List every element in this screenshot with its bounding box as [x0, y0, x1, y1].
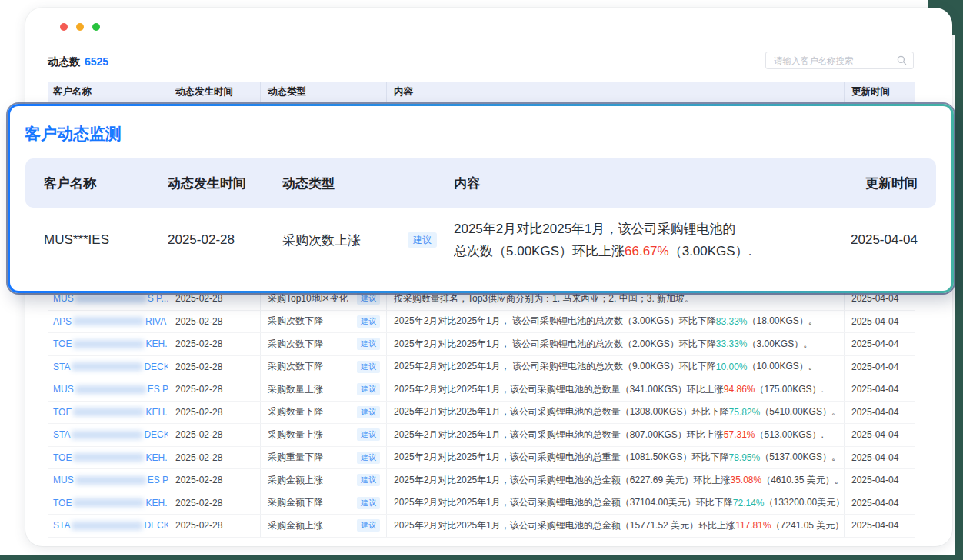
event-date: 2025-02-28 [168, 378, 261, 401]
suggestion-badge: 建议 [357, 315, 380, 328]
event-type-label: 采购次数下降 [268, 338, 323, 351]
overlay-title: 客户动态监测 [25, 123, 951, 145]
column-header-event-type[interactable]: 动态类型 [261, 82, 387, 102]
customer-name-prefix: STA [53, 429, 70, 440]
event-type-cell: 采购次数下降 建议 [261, 333, 387, 355]
content-text: 2025年2月对比2025年1月， 该公司采购锂电池的总次数（2.00KGS）环… [394, 338, 716, 351]
overlay-table-row[interactable]: MUS***IES 2025-02-28 采购次数上涨 建议 2025年2月对比… [25, 208, 936, 272]
event-date: 2025-02-28 [168, 447, 261, 469]
minimize-window-button[interactable] [76, 23, 84, 31]
redacted-name-blur [73, 453, 144, 462]
event-date: 2025-02-28 [168, 356, 261, 378]
column-header-content[interactable]: 内容 [387, 82, 845, 102]
customer-name-suffix: ES P... [148, 384, 168, 395]
event-content: 2025年2月对比2025年1月，该公司采购锂电池的总金额（37104.00美元… [387, 492, 845, 515]
table-row[interactable]: MUSES P... 2025-02-28 采购数量上涨 建议 2025年2月对… [48, 378, 915, 402]
event-type-label: 采购金额上涨 [268, 519, 323, 532]
suggestion-badge: 建议 [357, 292, 380, 305]
event-date: 2025-02-28 [168, 424, 261, 446]
table-row[interactable]: TOEKEH... 2025-02-28 采购重量下降 建议 2025年2月对比… [48, 447, 915, 470]
customer-name-link[interactable]: TOEKEH... [53, 452, 168, 463]
table-row[interactable]: APSRIVAT... 2025-02-28 采购次数下降 建议 2025年2月… [48, 311, 915, 334]
table-row[interactable]: STADECK... 2025-02-28 采购金额上涨 建议 2025年2月对… [48, 515, 915, 538]
event-date: 2025-02-28 [168, 492, 261, 515]
customer-name-cell: TOEKEH... [48, 333, 168, 355]
search-input[interactable] [774, 56, 897, 65]
redacted-name-blur [72, 362, 142, 371]
search-icon[interactable] [897, 55, 907, 65]
customer-name-suffix: KEH... [145, 452, 168, 463]
table-row[interactable]: TOEKEH... 2025-02-28 采购次数下降 建议 2025年2月对比… [48, 333, 915, 356]
customer-name-cell: MUSES P... [48, 469, 168, 492]
table-body: MUSS P... 2025-02-28 采购Top10地区变化 建议 按采购数… [48, 288, 915, 538]
customer-name-link[interactable]: TOEKEH... [53, 338, 168, 349]
event-date: 2025-02-28 [168, 469, 261, 492]
content-text: 2025年2月对比2025年1月， 该公司采购锂电池的总次数（9.00KGS）环… [394, 360, 716, 373]
column-header-event-date[interactable]: 动态发生时间 [168, 82, 261, 102]
table-row[interactable]: TOEKEH... 2025-02-28 采购金额下降 建议 2025年2月对比… [48, 492, 915, 515]
event-type-cell: 采购次数下降 建议 [261, 356, 387, 378]
event-date: 2025-02-28 [168, 515, 261, 537]
overlay-content-suffix: （3.00KGS）. [669, 244, 752, 258]
table-row[interactable]: TOEKEH... 2025-02-28 采购数量下降 建议 2025年2月对比… [48, 402, 915, 425]
content-suffix-text: （7241.05 美元）。 [771, 519, 845, 532]
customer-name-link[interactable]: MUSES P... [53, 475, 168, 485]
customer-name-link[interactable]: APSRIVAT... [53, 316, 168, 327]
customer-name-cell: APSRIVAT... [48, 311, 168, 333]
customer-name-prefix: STA [53, 520, 70, 531]
event-type-cell: 采购金额上涨 建议 [261, 469, 387, 492]
overlay-event-content: 2025年2月对比2025年1月，该公司采购锂电池的 总次数（5.00KGS）环… [454, 218, 802, 262]
frame-edge-bottom [0, 555, 963, 560]
column-header-customer-name[interactable]: 客户名称 [48, 82, 168, 102]
customer-name-link[interactable]: TOEKEH... [53, 498, 168, 508]
update-time: 2025-04-04 [845, 356, 915, 378]
event-type-label: 采购次数下降 [268, 360, 323, 373]
event-type-label: 采购数量上涨 [268, 428, 323, 442]
zoom-window-button[interactable] [92, 23, 100, 31]
redacted-name-blur [75, 476, 146, 485]
percent-change-value: 83.33% [716, 316, 748, 327]
customer-name-link[interactable]: MUSES P... [53, 384, 168, 395]
percent-change-value: 33.33% [716, 338, 748, 349]
suggestion-badge: 建议 [357, 428, 380, 441]
customer-name-link[interactable]: STADECK... [53, 362, 168, 372]
overlay-column-event-date: 动态发生时间 [168, 175, 282, 192]
overlay-update-time: 2025-04-04 [802, 232, 918, 248]
update-time: 2025-04-04 [845, 492, 915, 515]
column-header-update-time[interactable]: 更新时间 [845, 82, 915, 102]
content-text: 2025年2月对比2025年1月，该公司采购锂电池的总数量（1308.00KGS… [394, 405, 728, 418]
overlay-event-type-label: 采购次数上涨 [282, 232, 361, 249]
content-suffix-text: （5410.00KGS）。 [760, 405, 841, 418]
dynamics-count-value: 6525 [85, 55, 108, 68]
overlay-content-line2: 总次数（5.00KGS）环比上涨 [454, 244, 625, 258]
customer-name-cell: MUSES P... [48, 378, 168, 401]
overlay-customer-name: MUS***IES [44, 232, 168, 248]
table-row[interactable]: STADECK... 2025-02-28 采购数量上涨 建议 2025年2月对… [48, 424, 915, 447]
customer-name-prefix: MUS [53, 384, 74, 395]
event-content: 2025年2月对比2025年1月， 该公司采购锂电池的总次数（9.00KGS）环… [387, 356, 845, 378]
customer-name-link[interactable]: STADECK... [53, 520, 168, 531]
update-time: 2025-04-04 [845, 333, 915, 355]
table-row[interactable]: MUSES P... 2025-02-28 采购金额上涨 建议 2025年2月对… [48, 469, 915, 492]
customer-name-link[interactable]: STADECK... [53, 429, 168, 440]
customer-name-prefix: TOE [53, 407, 72, 418]
overlay-column-update-time: 更新时间 [802, 175, 918, 192]
customer-name-link[interactable]: MUSS P... [53, 293, 168, 304]
overlay-suggestion-badge: 建议 [408, 232, 437, 248]
update-time: 2025-04-04 [845, 424, 915, 446]
table-row[interactable]: STADECK... 2025-02-28 采购次数下降 建议 2025年2月对… [48, 356, 915, 379]
content-text: 2025年2月对比2025年1月， 该公司采购锂电池的总次数（3.00KGS）环… [394, 315, 716, 328]
percent-change-value: 35.08% [730, 475, 761, 485]
customer-name-cell: STADECK... [48, 515, 168, 537]
customer-name-suffix: DECK... [144, 520, 168, 531]
close-window-button[interactable] [60, 23, 68, 31]
event-type-cell: 采购金额下降 建议 [261, 492, 387, 515]
content-suffix-text: （4610.35 美元）。 [761, 474, 844, 487]
suggestion-badge: 建议 [357, 497, 380, 509]
update-time: 2025-04-04 [845, 515, 915, 537]
content-text: 2025年2月对比2025年1月，该公司采购锂电池的总重量（1081.50KGS… [394, 451, 728, 464]
customer-name-link[interactable]: TOEKEH... [53, 407, 168, 418]
customer-name-cell: STADECK... [48, 356, 168, 378]
content-suffix-text: （3.00KGS）。 [747, 338, 812, 351]
update-time: 2025-04-04 [845, 378, 915, 401]
